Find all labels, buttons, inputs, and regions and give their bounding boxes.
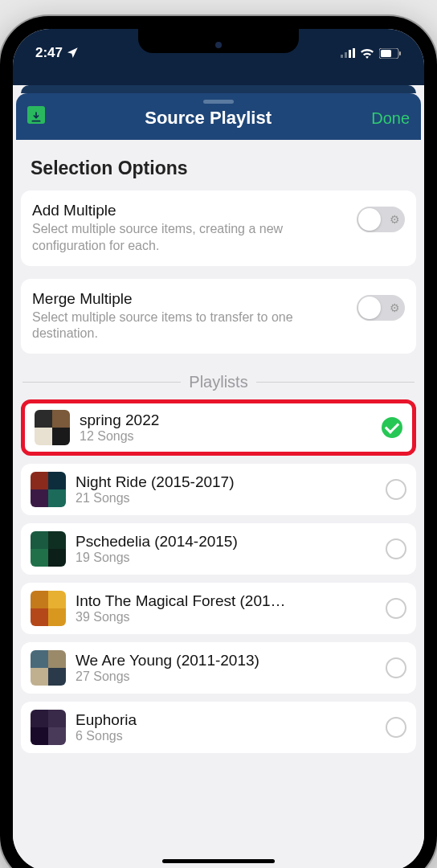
playlist-row[interactable]: Pschedelia (2014-2015) 19 Songs [21,523,416,575]
checkmark-icon[interactable] [382,417,402,438]
notch [138,29,299,53]
sheet-title: Source Playlist [145,108,272,129]
screen: 2:47 Source Playlist Done Selection Opti… [13,29,424,868]
unselected-circle[interactable] [386,479,406,500]
gear-icon: ⚙ [390,301,400,314]
location-icon [66,47,79,59]
playlist-title: Pschedelia (2014-2015) [76,533,376,551]
playlist-subtitle: 19 Songs [76,551,376,565]
svg-rect-3 [353,48,355,58]
playlist-row[interactable]: We Are Young (2011-2013) 27 Songs [21,642,416,694]
playlist-artwork [31,531,66,567]
playlist-row[interactable]: spring 2022 12 Songs [21,399,416,456]
unselected-circle[interactable] [386,717,406,738]
option-card: Merge Multiple Select multiple source it… [21,279,416,354]
svg-rect-2 [349,50,351,58]
download-button[interactable] [27,106,45,124]
home-indicator[interactable] [162,859,275,863]
playlist-artwork [31,472,66,507]
option-card: Add Multiple Select multiple source item… [21,190,416,266]
playlist-title: We Are Young (2011-2013) [76,652,376,669]
content-area: Selection Options Add Multiple Select mu… [13,140,424,868]
done-button[interactable]: Done [371,109,410,128]
sheet-header: Source Playlist Done [16,93,421,140]
unselected-circle[interactable] [386,538,406,559]
status-icons [341,48,402,59]
playlist-title: spring 2022 [80,411,372,429]
option-desc: Select multiple source items to transfer… [32,309,349,343]
option-desc: Select multiple source items, creating a… [32,221,349,255]
gear-icon: ⚙ [390,213,400,226]
playlist-title: Euphoria [76,711,376,729]
unselected-circle[interactable] [386,657,406,678]
playlist-artwork [31,650,66,686]
svg-rect-5 [381,50,391,57]
unselected-circle[interactable] [386,598,406,619]
phone-frame: 2:47 Source Playlist Done Selection Opti… [0,16,437,868]
playlists-divider: Playlists [13,373,424,399]
option-title: Add Multiple [32,202,349,219]
wifi-icon [360,48,374,59]
battery-icon [379,48,402,59]
cellular-icon [341,48,355,58]
playlist-subtitle: 21 Songs [76,491,376,506]
playlist-artwork [35,410,70,445]
playlist-title: Into The Magical Forest (201… [76,592,376,610]
playlist-subtitle: 6 Songs [76,729,376,743]
playlist-subtitle: 39 Songs [76,610,376,624]
toggle-merge multiple[interactable]: ⚙ [357,295,405,321]
playlist-row[interactable]: Euphoria 6 Songs [21,702,416,753]
option-title: Merge Multiple [32,290,349,308]
svg-rect-1 [345,52,347,58]
playlist-row[interactable]: Into The Magical Forest (201… 39 Songs [21,583,416,634]
svg-rect-0 [341,55,343,58]
playlist-artwork [31,710,66,745]
sheet-backdrop [21,85,416,93]
toggle-add multiple[interactable]: ⚙ [357,207,405,232]
playlist-subtitle: 27 Songs [76,669,376,684]
status-time: 2:47 [35,45,63,61]
playlist-artwork [31,591,66,626]
header-backdrop [13,68,424,85]
playlist-row[interactable]: Night Ride (2015-2017) 21 Songs [21,464,416,515]
playlists-label: Playlists [189,373,247,391]
playlist-title: Night Ride (2015-2017) [76,473,376,491]
svg-rect-6 [399,51,401,55]
playlist-subtitle: 12 Songs [80,429,372,444]
download-icon [30,111,43,124]
selection-options-heading: Selection Options [13,140,424,190]
sheet-grabber[interactable] [203,100,234,104]
